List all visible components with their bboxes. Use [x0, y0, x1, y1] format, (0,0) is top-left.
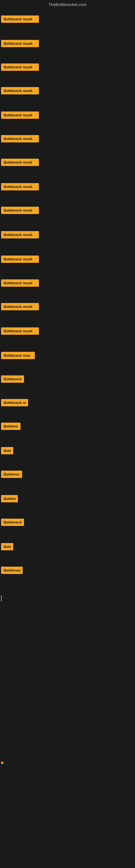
bottleneck-item-19[interactable]: Bott: [1, 447, 13, 454]
bottleneck-item-3[interactable]: Bottleneck result: [1, 63, 39, 71]
bottleneck-item-8[interactable]: Bottleneck result: [1, 183, 39, 190]
bottleneck-item-22[interactable]: Bottleneck: [1, 519, 24, 526]
page-wrapper: TheBottlenecker.com Bottleneck resultBot…: [0, 0, 135, 868]
bottleneck-item-4[interactable]: Bottleneck result: [1, 87, 39, 94]
bottleneck-item-18[interactable]: Bottlene: [1, 423, 20, 430]
bottleneck-item-21[interactable]: Bottlen: [1, 495, 18, 502]
bottleneck-item-15[interactable]: Bottleneck resu: [1, 352, 35, 359]
bottleneck-item-9[interactable]: Bottleneck result: [1, 207, 39, 214]
bottleneck-item-13[interactable]: Bottleneck result: [1, 303, 39, 310]
bottleneck-item-20[interactable]: Bottlenec: [1, 471, 22, 478]
bottleneck-item-10[interactable]: Bottleneck result: [1, 231, 39, 239]
site-title: TheBottlenecker.com: [0, 0, 135, 9]
bottleneck-item-6[interactable]: Bottleneck result: [1, 135, 39, 143]
bottleneck-item-1[interactable]: Bottleneck result: [1, 16, 39, 23]
bottleneck-item-11[interactable]: Bottleneck result: [1, 255, 39, 263]
bottleneck-item-24[interactable]: Botttlenec: [1, 567, 23, 574]
bottleneck-item-2[interactable]: Bottleneck result: [1, 40, 39, 47]
bottleneck-item-16[interactable]: Bottleneck: [1, 375, 24, 383]
bottleneck-item-17[interactable]: Bottleneck re: [1, 399, 28, 406]
bottleneck-item-14[interactable]: Bottleneck result: [1, 328, 39, 335]
cursor-indicator: [1, 595, 2, 601]
bottleneck-item-12[interactable]: Bottleneck result: [1, 279, 39, 287]
bottleneck-item-5[interactable]: Bottleneck result: [1, 112, 39, 119]
bottleneck-item-7[interactable]: Bottleneck result: [1, 159, 39, 166]
small-indicator: [1, 762, 3, 764]
bottleneck-item-23[interactable]: Bott: [1, 543, 13, 550]
